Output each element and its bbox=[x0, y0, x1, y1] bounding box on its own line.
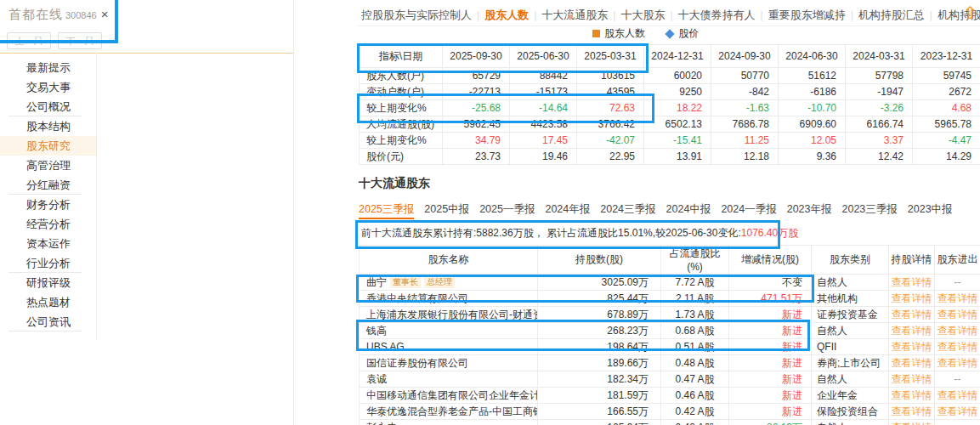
close-icon[interactable]: × bbox=[101, 7, 109, 21]
inout-cell: 查看详情 bbox=[935, 388, 980, 404]
holder-role-badge: 总经理 bbox=[424, 276, 455, 288]
ratio-cell: 0.42 A股 bbox=[661, 420, 729, 425]
inout-cell: -- bbox=[935, 420, 980, 425]
report-tab-7[interactable]: 2023年报 bbox=[787, 203, 832, 218]
report-tab-9[interactable]: 2023中报 bbox=[908, 203, 953, 218]
sidebar-item[interactable]: 热点题材 bbox=[0, 292, 96, 312]
view-detail-link[interactable]: 查看详情 bbox=[892, 292, 932, 304]
stock-code: 300846 bbox=[65, 10, 97, 20]
inout-detail-link[interactable]: 查看详情 bbox=[938, 357, 978, 369]
report-tab-0[interactable]: 2025三季报 bbox=[359, 203, 414, 219]
view-detail-link[interactable]: 查看详情 bbox=[892, 309, 932, 320]
nav-item-4[interactable]: 十大债券持有人 bbox=[678, 8, 756, 21]
sidebar-menu: 最新提示交易大事公司概况股本结构股东研究高管治理分红融资财务分析经营分析资本运作… bbox=[0, 58, 96, 332]
inout-detail-link[interactable]: 查看详情 bbox=[938, 309, 978, 320]
report-tab-1[interactable]: 2025中报 bbox=[424, 203, 469, 218]
sidebar-item[interactable]: 行业分析 bbox=[0, 253, 96, 273]
sidebar-item[interactable]: 经营分析 bbox=[0, 214, 96, 234]
bar-legend-swatch bbox=[592, 30, 600, 37]
date-header-cell: 2024-09-30 bbox=[711, 45, 779, 68]
sidebar-item[interactable]: 资本运作 bbox=[0, 234, 96, 253]
nav-item-6[interactable]: 机构持股汇总 bbox=[858, 8, 925, 21]
table-row: 钱高268.23万0.68 A股新进自然人查看详情查看详情 bbox=[360, 323, 980, 339]
indicator-corner-cell: 指标\日期 bbox=[360, 45, 443, 68]
nav-item-5[interactable]: 重要股东增减持 bbox=[768, 8, 846, 21]
sidebar-item[interactable]: 交易大事 bbox=[0, 77, 96, 97]
sidebar-item[interactable]: 股东研究 bbox=[0, 136, 96, 156]
nav-item-3[interactable]: 十大股东 bbox=[620, 8, 665, 21]
inout-detail-link[interactable]: 查看详情 bbox=[938, 325, 978, 337]
holder-type-cell: 自然人 bbox=[812, 371, 889, 388]
prev-stock-button[interactable]: 上一只 bbox=[7, 32, 51, 49]
inout-detail-link[interactable]: 查看详情 bbox=[938, 405, 978, 417]
report-tab-4[interactable]: 2024三季报 bbox=[600, 203, 655, 218]
holders-table-head: 股东名称持股数(股)占流通股比(%)增减情况(股)股东类别持股详情股东进出 bbox=[360, 246, 980, 275]
nav-item-1[interactable]: 股东人数 bbox=[484, 8, 529, 21]
value-cell: -1947 bbox=[846, 84, 913, 100]
nav-item-0[interactable]: 控股股东与实际控制人 bbox=[361, 8, 472, 21]
view-detail-link[interactable]: 查看详情 bbox=[892, 422, 932, 425]
report-tab-8[interactable]: 2023三季报 bbox=[842, 203, 898, 218]
view-detail-link[interactable]: 查看详情 bbox=[892, 405, 932, 417]
shares-cell: 182.34万 bbox=[538, 371, 661, 388]
holders-header-cell: 持股数(股) bbox=[538, 246, 661, 275]
holder-type-cell: QFII bbox=[812, 339, 889, 355]
sidebar-item[interactable]: 高管治理 bbox=[0, 156, 96, 175]
nav-separator: | bbox=[670, 9, 672, 21]
sidebar-item[interactable]: 分红融资 bbox=[0, 175, 96, 195]
sidebar-item[interactable]: 公司概况 bbox=[0, 97, 96, 116]
table-row: 彭永忠165.94万0.42 A股-86.19万自然人查看详情-- bbox=[360, 420, 980, 425]
ratio-cell: 0.42 A股 bbox=[661, 404, 729, 420]
view-detail-link[interactable]: 查看详情 bbox=[892, 341, 932, 353]
next-stock-button[interactable]: 下一只 bbox=[58, 32, 102, 49]
nav-item-2[interactable]: 十大流通股东 bbox=[541, 8, 608, 21]
table-row: 袁诚182.34万0.47 A股新进自然人查看详情-- bbox=[360, 371, 980, 388]
table-row: 国信证券股份有限公司189.66万0.48 A股新进券商;上市公司查看详情查看详… bbox=[360, 355, 980, 371]
date-header-cell: 2025-06-30 bbox=[510, 45, 577, 68]
nav-separator: | bbox=[851, 9, 853, 21]
sidebar-item[interactable]: 最新提示 bbox=[0, 58, 96, 77]
inout-detail-link[interactable]: 查看详情 bbox=[938, 389, 978, 401]
holder-name: 华泰优逸混合型养老金产品-中国工商银行股份有限公... bbox=[366, 405, 538, 417]
indicator-table: 指标\日期2025-09-302025-06-302025-03-312024-… bbox=[359, 44, 980, 165]
view-detail-link[interactable]: 查看详情 bbox=[892, 357, 932, 369]
sidebar-item[interactable]: 公司资讯 bbox=[0, 312, 96, 332]
change-cell: 新进 bbox=[729, 404, 812, 420]
value-cell: -1.63 bbox=[711, 100, 779, 116]
ratio-cell: 0.48 A股 bbox=[661, 355, 729, 371]
sidebar-item[interactable]: 股本结构 bbox=[0, 116, 96, 136]
value-cell: -842 bbox=[711, 84, 779, 100]
detail-cell: 查看详情 bbox=[889, 323, 935, 339]
ratio-cell: 0.51 A股 bbox=[661, 339, 729, 355]
inout-cell: 查看详情 bbox=[935, 307, 980, 323]
report-tab-5[interactable]: 2024中报 bbox=[666, 203, 711, 218]
value-cell: 72.63 bbox=[577, 100, 644, 116]
change-cell: 新进 bbox=[729, 388, 812, 404]
chart-legend: 股东人数 股价 bbox=[592, 26, 699, 41]
holder-type-cell: 证券投资基金 bbox=[812, 307, 889, 323]
view-detail-link[interactable]: 查看详情 bbox=[892, 389, 932, 401]
value-cell: 4423.58 bbox=[510, 116, 577, 133]
change-cell: -86.19万 bbox=[729, 420, 812, 425]
nav-separator: | bbox=[613, 9, 615, 21]
holder-name: 国信证券股份有限公司 bbox=[366, 357, 468, 369]
value-cell: -14.64 bbox=[510, 100, 577, 116]
table-row: 股价(元)23.7319.4622.9513.9112.189.3612.421… bbox=[360, 149, 980, 165]
report-tab-2[interactable]: 2025一季报 bbox=[479, 203, 535, 218]
nav-separator: | bbox=[477, 9, 479, 21]
sidebar-item[interactable]: 财务分析 bbox=[0, 195, 96, 214]
holders-table: 股东名称持股数(股)占流通股比(%)增减情况(股)股东类别持股详情股东进出 曲宁… bbox=[359, 245, 980, 425]
sidebar-item[interactable]: 研报评级 bbox=[0, 273, 96, 292]
report-tab-3[interactable]: 2024年报 bbox=[545, 203, 590, 218]
value-cell: 59745 bbox=[913, 68, 980, 84]
holder-name: 中国移动通信集团有限公司企业年金计划-中国工商银... bbox=[366, 389, 538, 401]
report-tab-6[interactable]: 2024一季报 bbox=[721, 203, 776, 218]
view-detail-link[interactable]: 查看详情 bbox=[892, 276, 932, 288]
holder-type-cell: 自然人 bbox=[812, 275, 889, 291]
back-to-top-icon[interactable]: ⇧ bbox=[963, 3, 977, 23]
inout-detail-link[interactable]: 查看详情 bbox=[938, 341, 978, 353]
inout-detail-link[interactable]: 查看详情 bbox=[938, 292, 978, 304]
shares-cell: 166.55万 bbox=[538, 404, 661, 420]
view-detail-link[interactable]: 查看详情 bbox=[892, 373, 932, 385]
view-detail-link[interactable]: 查看详情 bbox=[892, 325, 932, 337]
